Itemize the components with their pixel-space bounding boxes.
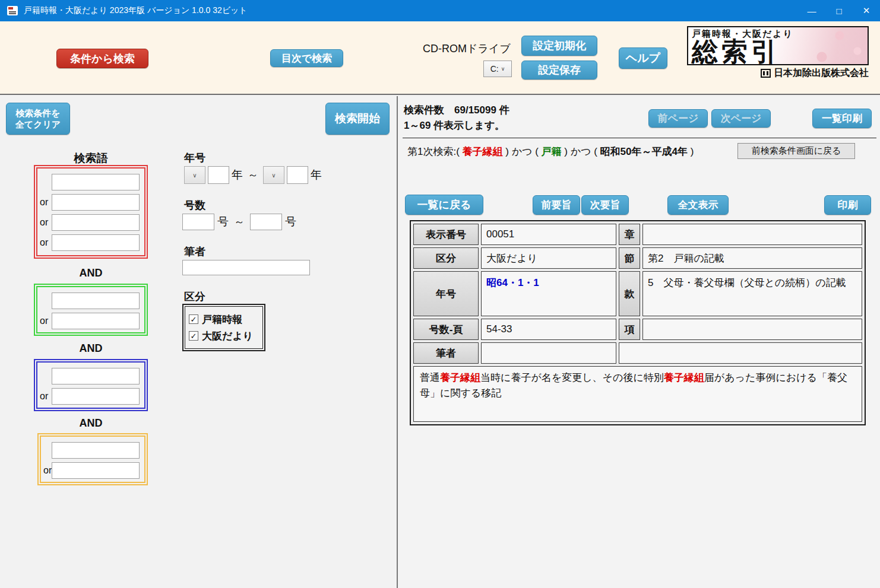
- era-to-year-input[interactable]: [287, 166, 308, 184]
- search-by-toc-button[interactable]: 目次で検索: [270, 49, 343, 67]
- save-settings-button[interactable]: 設定保存: [521, 61, 597, 80]
- issue-from-input[interactable]: [182, 214, 214, 230]
- or-label: or: [39, 316, 52, 326]
- app-header: 条件から検索 目次で検索 CD-ROMドライブ C: ∨ 設定初期化 設定保存 …: [0, 21, 880, 95]
- era-header: 年号: [413, 271, 479, 316]
- era-to-select[interactable]: ∨: [263, 166, 284, 184]
- query-term-green: 戸籍: [542, 146, 562, 157]
- start-search-button[interactable]: 検索開始: [325, 103, 390, 135]
- chapter-value: [642, 224, 862, 245]
- and-label-1: AND: [34, 267, 148, 279]
- checkbox-label: 戸籍時報: [202, 313, 242, 326]
- or-label: or: [42, 465, 52, 476]
- era-value: 昭64・1・1: [481, 271, 616, 316]
- summary-highlight: 養子縁組: [664, 372, 704, 383]
- era-label: 年号: [184, 151, 205, 165]
- issue-unit-label: 号: [285, 214, 296, 230]
- display-no-value: 00051: [481, 224, 616, 245]
- category-header: 区分: [413, 247, 479, 269]
- result-display-range: 1～69 件表示します。: [404, 119, 505, 132]
- keyword-group-4: or: [37, 433, 148, 485]
- cdrom-drive-select[interactable]: C: ∨: [483, 61, 512, 77]
- help-button[interactable]: ヘルプ: [619, 47, 667, 69]
- checkbox-checked-icon: ✓: [189, 331, 198, 341]
- product-logo: 戸籍時報・大阪だより 総索引 日本加除出版株式会社: [687, 26, 869, 80]
- keyword-3-input-1[interactable]: [52, 368, 140, 384]
- subsection-value: 5 父母・養父母欄（父母との続柄）の記載: [642, 271, 862, 316]
- print-list-button[interactable]: 一覧印刷: [812, 109, 872, 128]
- paragraph-header: 項: [619, 319, 640, 340]
- result-count: 検索件数 69/15099 件: [404, 103, 509, 117]
- search-by-condition-button[interactable]: 条件から検索: [56, 49, 148, 68]
- close-button[interactable]: ✕: [853, 0, 880, 21]
- checkbox-koseki-jiho[interactable]: ✓ 戸籍時報: [189, 313, 259, 326]
- issue-page-header: 号数-頁: [413, 319, 479, 340]
- era-range-row: ∨ 年 ～ ∨ 年: [184, 166, 322, 184]
- chapter-header: 章: [619, 224, 640, 245]
- category-value: 大阪だより: [481, 247, 616, 269]
- author-header: 筆者: [413, 342, 479, 364]
- chevron-down-icon: ∨: [501, 66, 505, 72]
- next-abstract-button[interactable]: 次要旨: [581, 195, 629, 215]
- issue-label: 号数: [184, 198, 205, 212]
- author-value: [481, 342, 616, 364]
- year-unit-label: 年: [311, 167, 322, 183]
- keyword-4-input-2[interactable]: [52, 462, 140, 479]
- back-to-condition-button[interactable]: 前検索条件画面に戻る: [737, 143, 855, 159]
- window-title: 戸籍時報・大阪だより 2023年版 バージョン 1.0.0 32ビット: [24, 5, 248, 16]
- keyword-3-input-2[interactable]: [52, 388, 140, 405]
- maximize-button[interactable]: □: [825, 0, 853, 21]
- keyword-group-1: or or or: [34, 165, 148, 259]
- or-label: or: [39, 197, 52, 208]
- range-tilde: ～: [234, 215, 245, 229]
- prev-page-button[interactable]: 前ページ: [648, 109, 708, 128]
- query-term-range: 昭和50年～平成4年: [600, 146, 688, 157]
- logo-banner: 戸籍時報・大阪だより 総索引: [687, 26, 869, 65]
- keyword-1-input-3[interactable]: [52, 214, 140, 231]
- keyword-1-input-4[interactable]: [52, 234, 140, 251]
- or-label: or: [39, 237, 52, 248]
- results-panel: 検索件数 69/15099 件 1～69 件表示します。 前ページ 次ページ 一…: [398, 96, 880, 588]
- prev-abstract-button[interactable]: 前要旨: [533, 195, 580, 215]
- full-text-button[interactable]: 全文表示: [667, 195, 729, 215]
- issue-page-value: 54-33: [481, 319, 616, 340]
- summary-highlight: 養子縁組: [440, 372, 480, 383]
- query-term-red: 養子縁組: [463, 146, 503, 157]
- keyword-2-input-2[interactable]: [52, 313, 140, 329]
- extra-value: [619, 342, 862, 364]
- keyword-group-2: or: [34, 284, 148, 336]
- range-tilde: ～: [248, 168, 258, 182]
- checkbox-checked-icon: ✓: [189, 314, 198, 324]
- clear-all-conditions-button[interactable]: 検索条件を 全てクリア: [6, 103, 70, 135]
- keyword-group-3: or: [34, 359, 148, 411]
- issue-to-input[interactable]: [250, 214, 282, 230]
- year-unit-label: 年: [232, 167, 243, 183]
- chevron-down-icon: ∨: [192, 172, 197, 179]
- paragraph-value: [642, 319, 862, 340]
- keyword-label: 検索語: [34, 151, 148, 166]
- checkbox-osaka-dayori[interactable]: ✓ 大阪だより: [189, 329, 259, 343]
- init-settings-button[interactable]: 設定初期化: [521, 36, 597, 56]
- and-label-3: AND: [34, 417, 148, 430]
- keyword-1-input-2[interactable]: [52, 194, 140, 211]
- minimize-button[interactable]: —: [798, 0, 825, 21]
- back-to-list-button[interactable]: 一覧に戻る: [405, 195, 483, 215]
- author-label: 筆者: [184, 244, 205, 259]
- author-input[interactable]: [182, 260, 310, 275]
- issue-unit-label: 号: [217, 214, 229, 230]
- keyword-4-input-1[interactable]: [52, 442, 140, 459]
- next-page-button[interactable]: 次ページ: [711, 109, 771, 128]
- and-label-2: AND: [34, 342, 148, 355]
- keyword-2-input-1[interactable]: [52, 293, 140, 309]
- search-query-summary: 第1次検索:( 養子縁組 ) かつ ( 戸籍 ) かつ ( 昭和50年～平成4年…: [407, 145, 694, 158]
- publisher-line: 日本加除出版株式会社: [687, 67, 869, 80]
- era-from-year-input[interactable]: [208, 166, 229, 184]
- publisher-name: 日本加除出版株式会社: [774, 67, 869, 80]
- or-label: or: [39, 391, 52, 402]
- keyword-1-input-1[interactable]: [52, 174, 140, 190]
- or-label: or: [39, 217, 52, 228]
- section-value: 第2 戸籍の記載: [642, 247, 862, 269]
- print-button[interactable]: 印刷: [824, 195, 871, 215]
- category-box: ✓ 戸籍時報 ✓ 大阪だより: [182, 304, 265, 351]
- era-from-select[interactable]: ∨: [184, 166, 205, 184]
